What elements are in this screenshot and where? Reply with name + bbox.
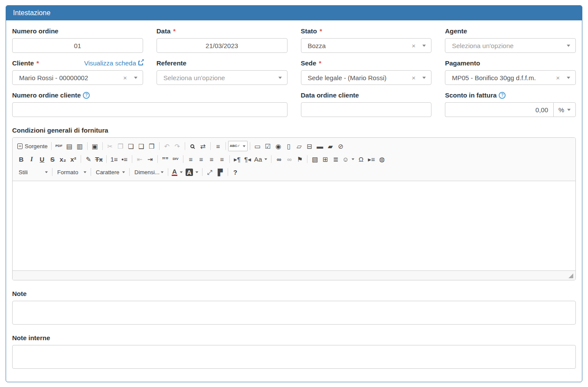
textarea-field-button[interactable]: ▱ xyxy=(294,141,304,151)
styles-combo[interactable]: Stili xyxy=(16,167,50,177)
visualizza-scheda-link[interactable]: Visualizza scheda xyxy=(84,59,143,67)
italic-button[interactable]: I xyxy=(26,154,37,164)
clear-icon[interactable]: × xyxy=(412,75,415,81)
form-button[interactable]: ▭ xyxy=(252,141,263,151)
clear-icon[interactable]: × xyxy=(123,75,127,81)
print-preview-button[interactable]: ▤ xyxy=(64,141,75,151)
help-icon[interactable]: ? xyxy=(499,92,506,99)
div-container-button[interactable]: DIV xyxy=(170,154,181,164)
strikethrough-button[interactable]: S xyxy=(47,154,58,164)
background-color-button[interactable]: A xyxy=(184,167,200,177)
checkbox-button[interactable]: ☑ xyxy=(263,141,273,151)
templates-button[interactable]: ▣ xyxy=(90,141,100,151)
underline-button[interactable]: U xyxy=(37,154,47,164)
paste-from-word-button[interactable]: ❒ xyxy=(147,141,157,151)
image-icon: ▧ xyxy=(312,156,318,163)
chevron-down-icon xyxy=(122,171,125,173)
select-all-button[interactable]: ≡ xyxy=(213,141,223,151)
data-input[interactable] xyxy=(157,38,287,53)
unlink-icon: ∞ xyxy=(287,156,292,163)
smiley-button[interactable]: ☺ xyxy=(341,154,356,164)
page-break-button[interactable]: ▸≡ xyxy=(366,154,377,164)
chevron-down-icon xyxy=(265,158,267,160)
clear-icon[interactable]: × xyxy=(412,42,415,49)
resize-handle-icon[interactable] xyxy=(568,273,573,278)
iframe-button[interactable]: ◍ xyxy=(377,154,387,164)
link-button[interactable]: ∞ xyxy=(274,154,284,164)
font-size-combo[interactable]: Dimensi... xyxy=(132,167,166,177)
data-ordine-cliente-input[interactable] xyxy=(301,102,432,117)
text-direction-rtl-button[interactable]: ¶◂ xyxy=(242,154,253,164)
bold-button[interactable]: B xyxy=(16,154,26,164)
replace-button[interactable]: ⇄ xyxy=(198,141,208,151)
justify-button[interactable]: ≡ xyxy=(217,154,227,164)
align-left-button[interactable]: ≡ xyxy=(186,154,196,164)
image-button-button[interactable]: ▰ xyxy=(325,141,336,151)
note-textarea[interactable] xyxy=(12,301,576,325)
numero-ordine-cliente-input[interactable] xyxy=(12,102,287,117)
special-character-icon: Ω xyxy=(359,156,363,163)
export-pdf-button[interactable]: PDF xyxy=(54,141,64,151)
increase-indent-button[interactable]: ⇥ xyxy=(145,154,155,164)
copy-icon: ❐ xyxy=(118,143,123,150)
format-combo[interactable]: Formato xyxy=(55,167,88,177)
sconto-unit-select[interactable]: % xyxy=(553,102,576,117)
required-asterisk: * xyxy=(319,59,321,67)
show-blocks-icon: ▛ xyxy=(218,169,223,176)
selection-field-button[interactable]: ⊟ xyxy=(304,141,315,151)
find-button[interactable] xyxy=(187,141,198,151)
about-icon: ? xyxy=(233,169,237,176)
toolbar-separator xyxy=(225,142,226,150)
numbered-list-button[interactable]: 1≡ xyxy=(109,154,119,164)
help-icon[interactable]: ? xyxy=(83,92,90,99)
cliente-select[interactable]: Mario Rossi - 00000002 × xyxy=(12,70,143,85)
language-button[interactable]: Aa xyxy=(253,154,269,164)
bulleted-list-button[interactable]: •≡ xyxy=(119,154,130,164)
show-blocks-button[interactable]: ▛ xyxy=(215,167,225,177)
button-field-button[interactable]: ▬ xyxy=(315,141,325,151)
text-field-button[interactable]: ▯ xyxy=(284,141,294,151)
editor-content-area[interactable] xyxy=(13,181,575,270)
paste-button[interactable]: ❏ xyxy=(126,141,136,151)
subscript-button[interactable]: x₂ xyxy=(58,154,68,164)
link-icon: ∞ xyxy=(277,156,281,163)
pagamento-selected-value: MP05 - Bonifico 30gg d.f.f.m. xyxy=(452,74,556,81)
sconto-in-fattura-input[interactable] xyxy=(445,102,553,117)
print-button[interactable]: ▥ xyxy=(75,141,85,151)
pagamento-select[interactable]: MP05 - Bonifico 30gg d.f.f.m. × xyxy=(445,70,576,85)
align-right-button[interactable]: ≡ xyxy=(206,154,217,164)
remove-format-button[interactable]: Tx xyxy=(94,154,104,164)
image-button[interactable]: ▧ xyxy=(310,154,320,164)
hidden-field-button[interactable]: ⊘ xyxy=(336,141,346,151)
intestazione-panel: Intestazione Numero ordine Data* Stato* … xyxy=(6,5,582,382)
stato-select[interactable]: Bozza × xyxy=(301,38,432,53)
source-button[interactable]: ‹›Sorgente xyxy=(16,141,49,151)
superscript-button[interactable]: x² xyxy=(68,154,78,164)
panel-body: Numero ordine Data* Stato* Bozza × Agent… xyxy=(6,20,582,382)
horizontal-rule-button[interactable]: ≣ xyxy=(330,154,341,164)
copy-formatting-button[interactable]: ✎ xyxy=(83,154,94,164)
numero-ordine-input[interactable] xyxy=(12,38,143,53)
sede-select[interactable]: Sede legale - (Mario Rossi) × xyxy=(301,70,432,85)
text-color-button[interactable]: A xyxy=(170,167,184,177)
chevron-down-icon xyxy=(278,77,282,79)
table-button[interactable]: ⊞ xyxy=(320,154,330,164)
paste-as-text-button[interactable]: ❑ xyxy=(136,141,147,151)
spell-checker-button[interactable]: ABC✓ xyxy=(228,141,248,151)
radio-button-button[interactable]: ◉ xyxy=(273,141,284,151)
align-center-button[interactable]: ≡ xyxy=(196,154,206,164)
text-direction-ltr-button[interactable]: ▸¶ xyxy=(232,154,242,164)
toolbar-separator xyxy=(185,142,185,150)
chevron-down-icon xyxy=(161,171,163,173)
referente-select[interactable]: Seleziona un'opzione xyxy=(157,70,287,85)
about-button[interactable]: ? xyxy=(230,167,241,177)
maximize-button[interactable]: ⤢ xyxy=(205,167,215,177)
note-interne-textarea[interactable] xyxy=(12,345,576,369)
anchor-button[interactable]: ⚑ xyxy=(294,154,305,164)
clear-icon[interactable]: × xyxy=(556,75,560,81)
special-character-button[interactable]: Ω xyxy=(356,154,366,164)
agente-select[interactable]: Seleziona un'opzione xyxy=(445,38,576,53)
font-combo[interactable]: Carattere xyxy=(93,167,127,177)
condizioni-generali-label: Condizioni generali di fornitura xyxy=(12,127,576,134)
blockquote-button[interactable]: ”” xyxy=(160,154,170,164)
